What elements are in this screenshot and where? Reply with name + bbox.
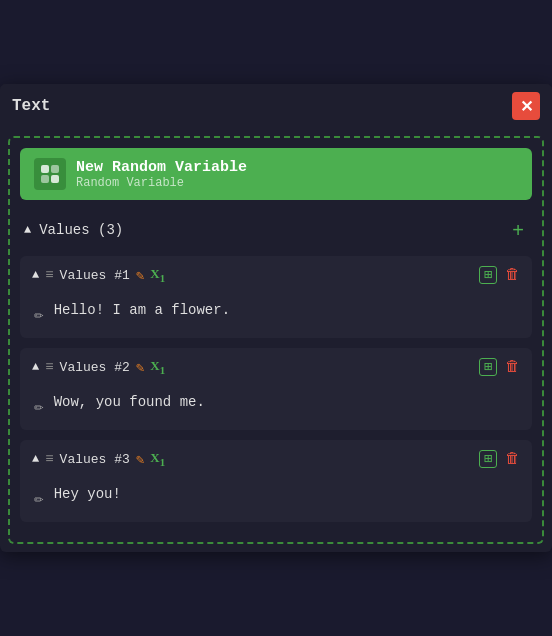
value-header-left-1: ▲ ≡ Values #1 ✎ X1 [32, 266, 471, 284]
value-2-var-icon[interactable]: X1 [150, 358, 165, 376]
variable-name: New Random Variable [76, 159, 247, 176]
text-window: Text ✕ New Random Variable Random Variab… [0, 84, 552, 552]
values-section-label: Values (3) [39, 222, 123, 238]
value-1-chevron-icon: ▲ [32, 268, 39, 282]
window-title: Text [12, 97, 50, 115]
value-header-3: ▲ ≡ Values #3 ✎ X1 ⊞ 🗑 [20, 440, 532, 478]
value-3-drag-icon[interactable]: ≡ [45, 451, 53, 467]
value-3-add-icon[interactable]: ⊞ [479, 450, 497, 468]
value-header-left-2: ▲ ≡ Values #2 ✎ X1 [32, 358, 471, 376]
value-1-pencil-icon: ✏ [34, 304, 44, 324]
value-1-delete-icon[interactable]: 🗑 [505, 266, 520, 284]
section-chevron-icon: ▲ [24, 223, 31, 237]
value-1-var-icon[interactable]: X1 [150, 266, 165, 284]
random-variable-icon [39, 163, 61, 185]
value-block-3: ▲ ≡ Values #3 ✎ X1 ⊞ 🗑 ✏ Hey you! [20, 440, 532, 522]
value-2-actions: ⊞ 🗑 [479, 358, 520, 376]
value-2-label: Values #2 [60, 360, 130, 375]
value-2-text: Wow, you found me. [54, 394, 205, 410]
value-header-1: ▲ ≡ Values #1 ✎ X1 ⊞ 🗑 [20, 256, 532, 294]
title-bar: Text ✕ [0, 84, 552, 128]
value-header-2: ▲ ≡ Values #2 ✎ X1 ⊞ 🗑 [20, 348, 532, 386]
svg-rect-0 [41, 165, 49, 173]
value-header-left-3: ▲ ≡ Values #3 ✎ X1 [32, 450, 471, 468]
value-3-text: Hey you! [54, 486, 121, 502]
value-1-content: ✏ Hello! I am a flower. [20, 294, 532, 338]
value-1-label: Values #1 [60, 268, 130, 283]
value-2-drag-icon[interactable]: ≡ [45, 359, 53, 375]
value-3-edit-icon[interactable]: ✎ [136, 451, 144, 468]
value-1-add-icon[interactable]: ⊞ [479, 266, 497, 284]
values-section-header: ▲ Values (3) + [20, 214, 532, 246]
value-3-actions: ⊞ 🗑 [479, 450, 520, 468]
close-button[interactable]: ✕ [512, 92, 540, 120]
value-3-content: ✏ Hey you! [20, 478, 532, 522]
value-2-add-icon[interactable]: ⊞ [479, 358, 497, 376]
value-1-drag-icon[interactable]: ≡ [45, 267, 53, 283]
variable-card: New Random Variable Random Variable [20, 148, 532, 200]
value-block-1: ▲ ≡ Values #1 ✎ X1 ⊞ 🗑 ✏ Hello! I am a f… [20, 256, 532, 338]
value-3-chevron-icon: ▲ [32, 452, 39, 466]
value-1-edit-icon[interactable]: ✎ [136, 267, 144, 284]
value-1-text: Hello! I am a flower. [54, 302, 230, 318]
variable-info: New Random Variable Random Variable [76, 159, 247, 190]
value-3-pencil-icon: ✏ [34, 488, 44, 508]
values-section-left: ▲ Values (3) [24, 222, 123, 238]
main-content: New Random Variable Random Variable ▲ Va… [8, 136, 544, 544]
add-value-button[interactable]: + [508, 220, 528, 240]
value-2-edit-icon[interactable]: ✎ [136, 359, 144, 376]
value-1-actions: ⊞ 🗑 [479, 266, 520, 284]
value-2-pencil-icon: ✏ [34, 396, 44, 416]
value-2-chevron-icon: ▲ [32, 360, 39, 374]
svg-rect-3 [51, 175, 59, 183]
value-3-delete-icon[interactable]: 🗑 [505, 450, 520, 468]
variable-type: Random Variable [76, 176, 247, 190]
value-block-2: ▲ ≡ Values #2 ✎ X1 ⊞ 🗑 ✏ Wow, you found … [20, 348, 532, 430]
value-3-var-icon[interactable]: X1 [150, 450, 165, 468]
value-2-delete-icon[interactable]: 🗑 [505, 358, 520, 376]
value-2-content: ✏ Wow, you found me. [20, 386, 532, 430]
svg-rect-2 [41, 175, 49, 183]
variable-card-icon [34, 158, 66, 190]
value-3-label: Values #3 [60, 452, 130, 467]
svg-rect-1 [51, 165, 59, 173]
